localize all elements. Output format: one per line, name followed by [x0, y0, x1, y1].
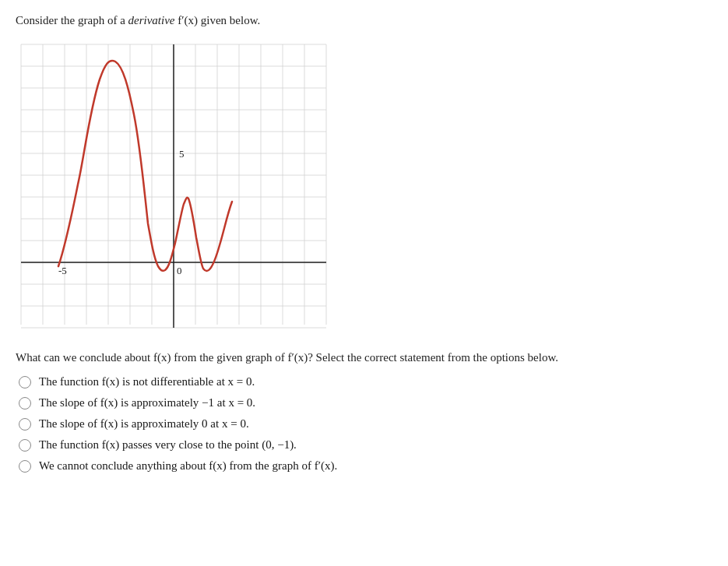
radio-4[interactable] [19, 439, 31, 452]
radio-5[interactable] [19, 460, 31, 473]
radio-1[interactable] [19, 376, 31, 388]
radio-2[interactable] [19, 397, 31, 410]
option-4: The function f(x) passes very close to t… [19, 438, 712, 452]
options-list: The function f(x) is not differentiable … [19, 375, 712, 473]
option-5: We cannot conclude anything about f(x) f… [19, 459, 712, 473]
option-3-label: The slope of f(x) is approximately 0 at … [39, 417, 249, 431]
radio-3[interactable] [19, 418, 31, 431]
header-text: Consider the graph of a derivative f′(x)… [16, 14, 712, 27]
derivative-curve [58, 61, 232, 271]
y-label-5: 5 [179, 148, 185, 160]
option-2: The slope of f(x) is approximately −1 at… [19, 396, 712, 410]
option-2-label: The slope of f(x) is approximately −1 at… [39, 396, 255, 410]
italic-derivative: derivative [128, 14, 175, 26]
option-1-label: The function f(x) is not differentiable … [39, 375, 255, 388]
option-3: The slope of f(x) is approximately 0 at … [19, 417, 712, 431]
question-text: What can we conclude about f(x) from the… [16, 351, 685, 364]
graph-container: -5 0 5 [16, 37, 343, 340]
option-4-label: The function f(x) passes very close to t… [39, 438, 297, 452]
option-5-label: We cannot conclude anything about f(x) f… [39, 459, 337, 473]
graph-svg: -5 0 5 [16, 37, 343, 340]
x-label-neg5: -5 [58, 265, 67, 276]
option-1: The function f(x) is not differentiable … [19, 375, 712, 388]
x-label-0: 0 [177, 265, 182, 276]
